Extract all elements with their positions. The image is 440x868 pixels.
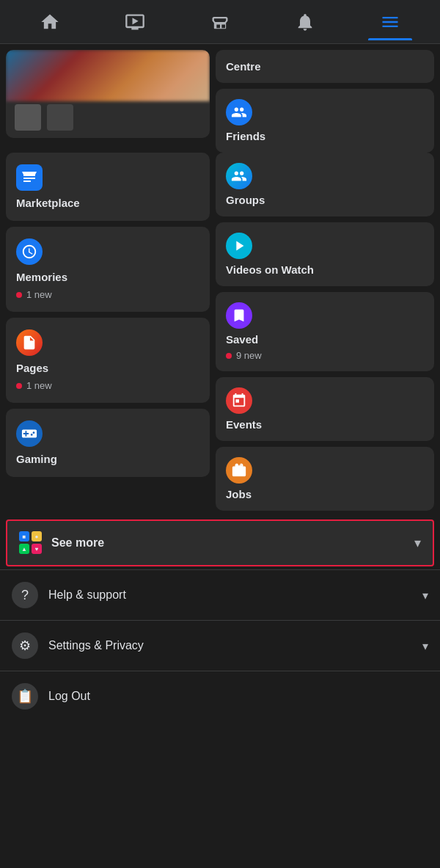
memories-card[interactable]: Memories 1 new [6, 227, 210, 312]
videos-label: Videos on Watch [226, 263, 424, 276]
pages-label: Pages [16, 362, 199, 374]
saved-dot [226, 353, 232, 359]
events-label: Events [226, 418, 424, 431]
memories-badge-text: 1 new [26, 289, 52, 300]
log-out-row[interactable]: 📋 Log Out [0, 671, 440, 721]
friends-icon [226, 99, 252, 125]
settings-privacy-row[interactable]: ⚙ Settings & Privacy ▾ [0, 620, 440, 671]
nav-watch[interactable] [113, 4, 157, 40]
memories-label: Memories [16, 271, 199, 283]
jobs-card[interactable]: Jobs [216, 447, 434, 511]
nav-menu[interactable] [368, 4, 412, 40]
see-more-icons: ■ ● ▲ ♥ [19, 531, 43, 555]
groups-label: Groups [226, 194, 424, 206]
pages-icon [16, 329, 43, 356]
profile-cover [6, 50, 210, 101]
top-navigation [0, 0, 440, 44]
profile-avatar-area [15, 104, 73, 131]
see-more-row[interactable]: ■ ● ▲ ♥ See more ▾ [6, 519, 434, 566]
help-support-chevron: ▾ [422, 588, 428, 602]
marketplace-card[interactable]: Marketplace [6, 153, 210, 221]
gaming-label: Gaming [16, 453, 199, 465]
avatar-box-1 [15, 104, 41, 131]
memories-dot [16, 292, 22, 298]
videos-on-watch-card[interactable]: Videos on Watch [216, 222, 434, 286]
friends-card[interactable]: Friends [216, 89, 434, 153]
avatar-box-2 [47, 104, 73, 131]
settings-privacy-icon: ⚙ [12, 632, 38, 659]
see-more-icon-green: ▲ [19, 544, 29, 554]
help-support-icon: ? [12, 582, 38, 608]
memories-badge: 1 new [16, 289, 199, 300]
marketplace-icon [16, 164, 43, 191]
events-card[interactable]: Events [216, 377, 434, 441]
pages-badge: 1 new [16, 380, 199, 391]
log-out-icon: 📋 [12, 683, 38, 710]
groups-card[interactable]: Groups [216, 153, 434, 216]
jobs-label: Jobs [226, 488, 424, 500]
events-icon [226, 387, 252, 414]
nav-marketplace[interactable] [198, 4, 242, 40]
saved-label: Saved [226, 333, 424, 346]
gaming-icon [16, 420, 43, 447]
see-more-icon-pink: ♥ [32, 544, 42, 554]
gaming-card[interactable]: Gaming [6, 409, 210, 477]
friends-label: Friends [226, 130, 424, 142]
pages-badge-text: 1 new [26, 380, 52, 391]
settings-privacy-label: Settings & Privacy [48, 639, 412, 652]
nav-notifications[interactable] [283, 4, 327, 40]
groups-icon [226, 163, 252, 189]
marketplace-label: Marketplace [16, 197, 199, 209]
help-support-label: Help & support [48, 588, 412, 602]
profile-card[interactable] [6, 50, 210, 138]
nav-home[interactable] [28, 4, 72, 40]
saved-card[interactable]: Saved 9 new [216, 292, 434, 371]
log-out-label: Log Out [48, 690, 428, 703]
pages-card[interactable]: Pages 1 new [6, 318, 210, 403]
see-more-label: See more [51, 536, 406, 550]
see-more-icon-yellow: ● [32, 531, 42, 541]
see-more-chevron: ▾ [414, 535, 421, 551]
jobs-icon [226, 457, 252, 484]
help-support-row[interactable]: ? Help & support ▾ [0, 569, 440, 620]
centre-card[interactable]: Centre [216, 50, 434, 83]
saved-badge: 9 new [226, 350, 424, 361]
saved-badge-text: 9 new [236, 350, 262, 361]
saved-icon [226, 302, 252, 329]
see-more-icon-blue: ■ [19, 531, 29, 541]
videos-icon [226, 233, 252, 259]
centre-label-text: Centre [226, 60, 261, 73]
settings-privacy-chevron: ▾ [422, 639, 428, 653]
pages-dot [16, 383, 22, 389]
memories-icon [16, 238, 43, 265]
